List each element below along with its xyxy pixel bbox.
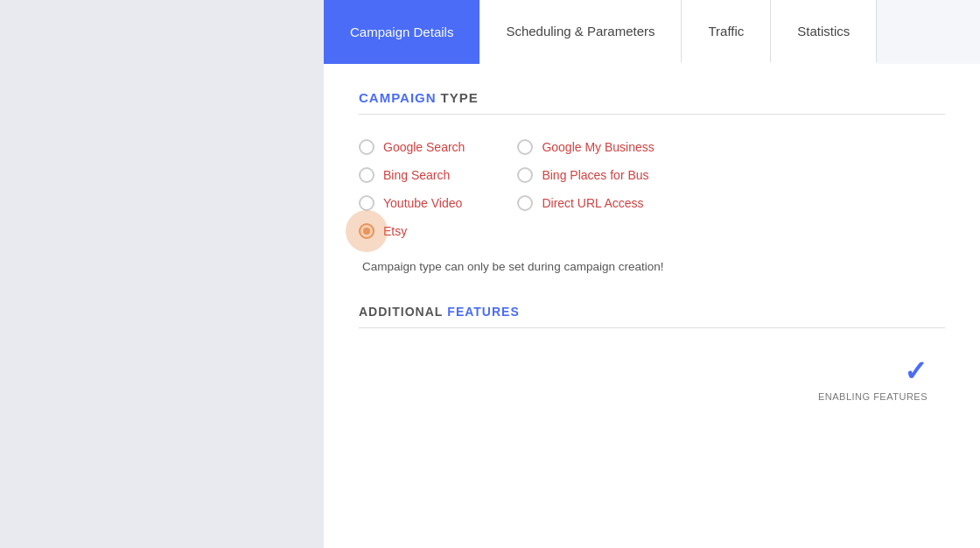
- tab-campaign-details[interactable]: Campaign Details: [324, 0, 480, 64]
- radio-circle-bing-search: [359, 167, 374, 183]
- additional-features-title: ADDITIONAL FEATURES: [359, 305, 945, 319]
- radio-google-my-business[interactable]: Google My Business: [517, 139, 654, 155]
- additional-features-divider: [359, 327, 945, 328]
- radio-bing-places[interactable]: Bing Places for Bus: [517, 167, 654, 183]
- radio-circle-google-search: [359, 139, 374, 155]
- tab-scheduling-parameters[interactable]: Scheduling & Parameters: [480, 0, 682, 64]
- radio-circle-etsy: [359, 223, 374, 239]
- tab-traffic[interactable]: Traffic: [682, 0, 771, 64]
- content-area: CAMPAIGN TYPE Google Search Bing Search: [324, 64, 980, 548]
- main-content: Campaign Details Scheduling & Parameters…: [324, 0, 980, 548]
- checkmark-area: ✓: [359, 355, 945, 388]
- radio-column-right: Google My Business Bing Places for Bus D…: [517, 139, 654, 239]
- campaign-type-title: CAMPAIGN TYPE: [359, 90, 945, 105]
- campaign-type-divider: [359, 114, 945, 115]
- radio-column-left: Google Search Bing Search Youtube Video …: [359, 139, 465, 239]
- radio-etsy[interactable]: Etsy: [359, 223, 465, 239]
- bottom-hint-label: ENABLING FEATURES: [359, 391, 945, 402]
- sidebar: [0, 0, 324, 548]
- radio-bing-search[interactable]: Bing Search: [359, 167, 465, 183]
- radio-options-grid: Google Search Bing Search Youtube Video …: [359, 139, 945, 239]
- tab-statistics[interactable]: Statistics: [771, 0, 877, 64]
- radio-youtube-video[interactable]: Youtube Video: [359, 195, 465, 211]
- radio-circle-youtube-video: [359, 195, 374, 211]
- checkmark-icon: ✓: [904, 355, 928, 388]
- radio-direct-url[interactable]: Direct URL Access: [517, 195, 654, 211]
- tabs-bar: Campaign Details Scheduling & Parameters…: [324, 0, 980, 64]
- radio-circle-google-my-business: [517, 139, 533, 155]
- radio-google-search[interactable]: Google Search: [359, 139, 465, 155]
- radio-circle-bing-places: [517, 167, 533, 183]
- radio-circle-direct-url: [517, 195, 533, 211]
- campaign-type-note: Campaign type can only be set during cam…: [362, 260, 945, 273]
